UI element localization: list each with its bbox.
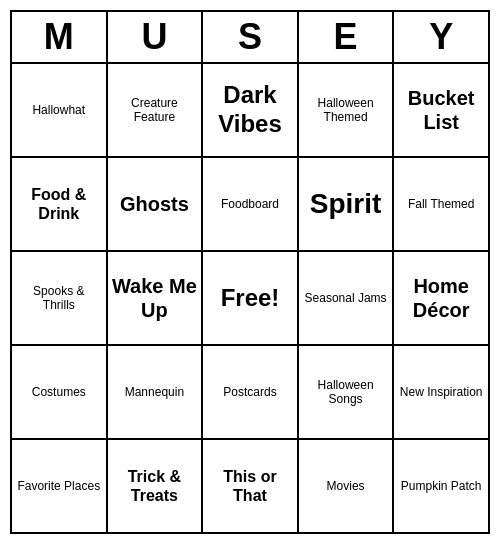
cell-0-1: Creature Feature bbox=[108, 64, 204, 156]
cell-2-3: Seasonal Jams bbox=[299, 252, 395, 344]
cell-4-2: This or That bbox=[203, 440, 299, 532]
cell-1-3: Spirit bbox=[299, 158, 395, 250]
header-letter-e: E bbox=[299, 12, 395, 62]
grid: HallowhatCreature FeatureDark VibesHallo… bbox=[12, 64, 488, 532]
cell-4-4: Pumpkin Patch bbox=[394, 440, 488, 532]
cell-2-0: Spooks & Thrills bbox=[12, 252, 108, 344]
grid-row-4: Favorite PlacesTrick & TreatsThis or Tha… bbox=[12, 440, 488, 532]
cell-0-0: Hallowhat bbox=[12, 64, 108, 156]
cell-0-3: Halloween Themed bbox=[299, 64, 395, 156]
cell-3-2: Postcards bbox=[203, 346, 299, 438]
grid-row-0: HallowhatCreature FeatureDark VibesHallo… bbox=[12, 64, 488, 158]
cell-0-4: Bucket List bbox=[394, 64, 488, 156]
cell-3-1: Mannequin bbox=[108, 346, 204, 438]
cell-4-3: Movies bbox=[299, 440, 395, 532]
grid-row-3: CostumesMannequinPostcardsHalloween Song… bbox=[12, 346, 488, 440]
header-row: MUSEY bbox=[12, 12, 488, 64]
cell-4-0: Favorite Places bbox=[12, 440, 108, 532]
cell-2-4: Home Décor bbox=[394, 252, 488, 344]
cell-1-4: Fall Themed bbox=[394, 158, 488, 250]
cell-3-4: New Inspiration bbox=[394, 346, 488, 438]
grid-row-2: Spooks & ThrillsWake Me UpFree!Seasonal … bbox=[12, 252, 488, 346]
cell-2-1: Wake Me Up bbox=[108, 252, 204, 344]
cell-3-3: Halloween Songs bbox=[299, 346, 395, 438]
bingo-card: MUSEY HallowhatCreature FeatureDark Vibe… bbox=[10, 10, 490, 534]
cell-2-2: Free! bbox=[203, 252, 299, 344]
cell-4-1: Trick & Treats bbox=[108, 440, 204, 532]
header-letter-m: M bbox=[12, 12, 108, 62]
cell-1-2: Foodboard bbox=[203, 158, 299, 250]
header-letter-s: S bbox=[203, 12, 299, 62]
cell-1-0: Food & Drink bbox=[12, 158, 108, 250]
cell-0-2: Dark Vibes bbox=[203, 64, 299, 156]
cell-3-0: Costumes bbox=[12, 346, 108, 438]
cell-1-1: Ghosts bbox=[108, 158, 204, 250]
grid-row-1: Food & DrinkGhostsFoodboardSpiritFall Th… bbox=[12, 158, 488, 252]
header-letter-y: Y bbox=[394, 12, 488, 62]
header-letter-u: U bbox=[108, 12, 204, 62]
